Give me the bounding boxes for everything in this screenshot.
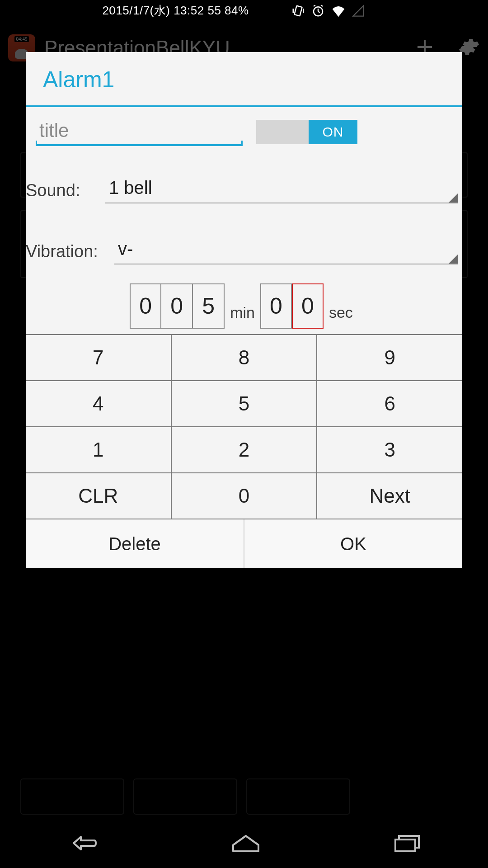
keypad-4[interactable]: 4 <box>26 381 172 427</box>
sec-unit: sec <box>324 304 358 321</box>
vibration-spinner[interactable]: v- <box>114 239 370 264</box>
wifi-icon <box>331 5 346 17</box>
sec-digit-2[interactable]: 0 <box>292 283 324 329</box>
sound-label: Sound: <box>26 181 94 200</box>
svg-line-6 <box>314 5 315 6</box>
keypad-clear[interactable]: CLR <box>26 473 172 519</box>
keypad-0[interactable]: 0 <box>172 473 318 519</box>
min-digit-2[interactable]: 0 <box>161 283 193 329</box>
status-bar: 2015/1/7(水) 13:52 55 84% <box>0 0 370 21</box>
keypad: 7 8 9 4 5 6 1 2 3 CLR 0 Next <box>26 334 370 519</box>
ok-button[interactable]: OK <box>244 519 370 568</box>
sec-digit-1[interactable]: 0 <box>260 283 292 329</box>
keypad-next[interactable]: Next <box>317 473 370 519</box>
enable-toggle[interactable]: ON <box>256 120 357 144</box>
vibration-value: v- <box>118 239 133 259</box>
dialog-actions: Delete OK <box>26 519 370 568</box>
time-row: 0 0 5 min 0 0 sec <box>26 283 370 329</box>
keypad-3[interactable]: 3 <box>317 427 370 473</box>
vibration-label: Vibration: <box>26 242 103 261</box>
min-unit: min <box>225 304 260 321</box>
keypad-7[interactable]: 7 <box>26 335 172 381</box>
toggle-on-label: ON <box>309 120 357 144</box>
title-input-wrap <box>36 118 243 146</box>
keypad-5[interactable]: 5 <box>172 381 318 427</box>
svg-line-5 <box>318 11 320 13</box>
vibrate-icon <box>291 4 305 18</box>
alarm-icon <box>311 4 325 18</box>
keypad-2[interactable]: 2 <box>172 427 318 473</box>
min-digit-3[interactable]: 5 <box>193 283 225 329</box>
delete-button[interactable]: Delete <box>26 519 244 568</box>
sound-value: 1 bell <box>109 178 152 198</box>
dialog-title: Alarm1 <box>26 52 370 105</box>
sound-spinner[interactable]: 1 bell <box>105 178 370 203</box>
keypad-6[interactable]: 6 <box>317 381 370 427</box>
keypad-1[interactable]: 1 <box>26 427 172 473</box>
keypad-8[interactable]: 8 <box>172 335 318 381</box>
svg-line-7 <box>321 5 323 6</box>
svg-rect-0 <box>294 5 302 16</box>
title-input[interactable] <box>36 118 243 146</box>
status-bar-text: 2015/1/7(水) 13:52 55 84% <box>60 3 291 19</box>
alarm-dialog: Alarm1 ON Sound: 1 bell Vibration: v- 0 <box>26 52 370 568</box>
keypad-9[interactable]: 9 <box>317 335 370 381</box>
cell-signal-icon <box>352 5 365 17</box>
min-digit-1[interactable]: 0 <box>130 283 161 329</box>
